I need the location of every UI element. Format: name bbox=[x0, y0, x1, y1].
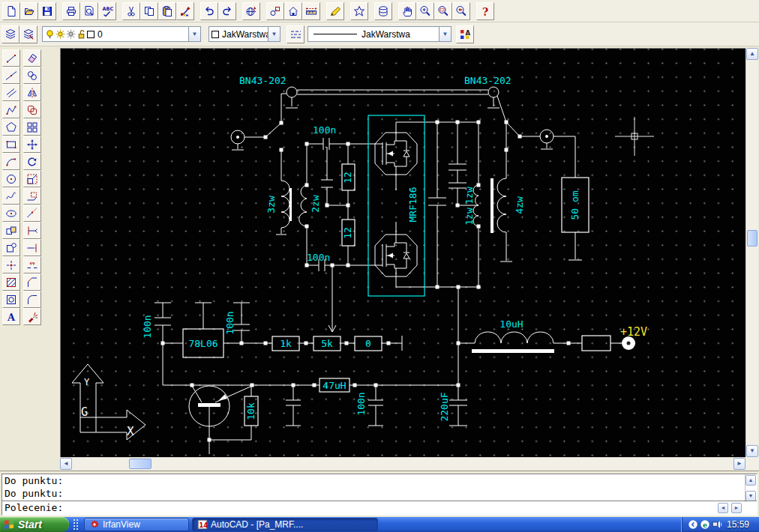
cut-button[interactable] bbox=[122, 2, 140, 20]
redraw-button[interactable] bbox=[326, 2, 344, 20]
command-prompt[interactable]: Polecenie: bbox=[2, 501, 757, 514]
command-scrollbar[interactable]: ▲ ▼ bbox=[745, 474, 757, 502]
linetype-button[interactable] bbox=[286, 25, 304, 43]
scroll-left-button[interactable]: ◄ bbox=[60, 458, 72, 470]
layer-control-button[interactable] bbox=[20, 25, 38, 43]
rotate-button[interactable] bbox=[23, 153, 41, 170]
schematic-label: 100n bbox=[313, 124, 336, 136]
vertical-scroll-thumb[interactable] bbox=[747, 230, 758, 247]
zoom-previous-button[interactable] bbox=[452, 2, 470, 20]
paste-button[interactable] bbox=[158, 2, 176, 20]
open-button[interactable] bbox=[20, 2, 38, 20]
scroll-up-button[interactable]: ▲ bbox=[746, 48, 758, 60]
circle-button[interactable] bbox=[2, 170, 20, 187]
hatch-button[interactable] bbox=[2, 273, 20, 291]
aerial-view-button[interactable] bbox=[350, 2, 368, 20]
task-button-autocad[interactable]: AutoCAD - [Pa_MRF.... bbox=[192, 518, 378, 531]
spline-button[interactable] bbox=[2, 187, 20, 205]
copy-button[interactable] bbox=[140, 2, 158, 20]
horizontal-scroll-thumb[interactable] bbox=[129, 459, 152, 469]
new-button[interactable] bbox=[2, 2, 20, 20]
line-button[interactable] bbox=[2, 49, 20, 67]
undo-button[interactable] bbox=[200, 2, 218, 20]
color-combo-dropdown[interactable]: ▼ bbox=[268, 27, 280, 41]
layer-combo[interactable]: 0 ▼ bbox=[42, 26, 201, 42]
object-snap-button[interactable] bbox=[266, 2, 284, 20]
sun-icon[interactable] bbox=[56, 29, 65, 39]
tray-e-icon[interactable] bbox=[700, 519, 710, 530]
mirror-button[interactable] bbox=[23, 84, 41, 101]
insert-block-button[interactable] bbox=[2, 222, 20, 239]
command-scroll-down[interactable]: ▼ bbox=[746, 491, 756, 501]
break-button[interactable] bbox=[23, 256, 41, 273]
region-button[interactable] bbox=[2, 291, 20, 308]
command-scroll-up[interactable]: ▲ bbox=[746, 475, 756, 486]
redo-button[interactable] bbox=[218, 2, 236, 20]
hyperlink-button[interactable] bbox=[242, 2, 260, 20]
command-box[interactable]: Do punktu:Do punktu: ▲ ▼ Polecenie: ◄ ► bbox=[2, 474, 758, 516]
drawing-canvas[interactable]: BN43-202BN43-202100n100n1212MRF1863zw2zw… bbox=[60, 48, 746, 457]
multiline-text-button[interactable] bbox=[2, 308, 20, 325]
db-connect-button[interactable] bbox=[374, 2, 392, 20]
polygon-button[interactable] bbox=[2, 118, 20, 136]
explode-button[interactable] bbox=[23, 308, 41, 325]
layers-button[interactable] bbox=[2, 25, 20, 43]
pan-button[interactable] bbox=[398, 2, 416, 20]
chamfer-button[interactable] bbox=[23, 273, 41, 291]
start-button[interactable]: Start bbox=[0, 517, 69, 532]
point-button[interactable] bbox=[2, 256, 20, 273]
polyline-button[interactable] bbox=[2, 101, 20, 118]
extend-button[interactable] bbox=[23, 239, 41, 256]
array-button[interactable] bbox=[23, 118, 41, 136]
lengthen-button[interactable] bbox=[23, 205, 41, 222]
save-button[interactable] bbox=[38, 2, 56, 20]
horizontal-scrollbar[interactable]: ◄ ► bbox=[60, 457, 746, 470]
properties-button[interactable] bbox=[456, 25, 474, 43]
offset-button[interactable] bbox=[23, 101, 41, 118]
tray-volume-icon[interactable] bbox=[712, 519, 722, 530]
zoom-realtime-button[interactable] bbox=[416, 2, 434, 20]
lengthen-icon bbox=[26, 208, 38, 220]
linetype-combo[interactable]: JakWarstwa ▼ bbox=[308, 26, 452, 42]
quick-launch-handle[interactable] bbox=[73, 519, 79, 531]
spelling-button[interactable] bbox=[98, 2, 116, 20]
help-button[interactable] bbox=[476, 2, 494, 20]
scroll-right-button[interactable]: ► bbox=[734, 458, 746, 470]
fillet-button[interactable] bbox=[23, 291, 41, 308]
print-preview-button[interactable] bbox=[80, 2, 98, 20]
move-button[interactable] bbox=[23, 136, 41, 153]
tray-collapse-icon[interactable] bbox=[688, 519, 698, 530]
distance-button[interactable] bbox=[302, 2, 320, 20]
construction-line-button[interactable] bbox=[2, 67, 20, 84]
command-history[interactable]: Do punktu:Do punktu: bbox=[2, 474, 744, 501]
erase-button[interactable] bbox=[23, 49, 41, 67]
layer-color-swatch bbox=[87, 31, 94, 38]
command-right-arrow[interactable]: ► bbox=[731, 503, 742, 513]
command-left-arrow[interactable]: ◄ bbox=[718, 503, 728, 513]
ellipse-button[interactable] bbox=[2, 205, 20, 222]
vertical-scrollbar[interactable]: ▲ ▼ bbox=[746, 48, 758, 457]
fillet-icon bbox=[26, 294, 38, 306]
arc-button[interactable] bbox=[2, 153, 20, 170]
bulb-icon[interactable] bbox=[45, 29, 55, 39]
layer-combo-dropdown[interactable]: ▼ bbox=[188, 27, 200, 41]
rectangle-button[interactable] bbox=[2, 136, 20, 153]
copy-object-button[interactable] bbox=[23, 67, 41, 84]
scale-button[interactable] bbox=[23, 170, 41, 187]
command-prompt-row[interactable]: Polecenie: ◄ ► bbox=[2, 501, 757, 515]
task-button-irfanview[interactable]: IrfanView bbox=[84, 518, 189, 531]
named-views-button[interactable] bbox=[284, 2, 302, 20]
multiline-button[interactable] bbox=[2, 84, 20, 101]
lock-open-icon[interactable] bbox=[76, 29, 86, 39]
color-combo[interactable]: JakWarstwa ▼ bbox=[208, 26, 280, 42]
sun-frozen-icon[interactable] bbox=[66, 29, 76, 39]
make-block-button[interactable] bbox=[2, 239, 20, 256]
schematic-label: 1zw bbox=[464, 208, 475, 226]
print-button[interactable] bbox=[62, 2, 80, 20]
zoom-window-button[interactable] bbox=[434, 2, 452, 20]
linetype-combo-dropdown[interactable]: ▼ bbox=[439, 27, 451, 41]
stretch-button[interactable] bbox=[23, 187, 41, 205]
match-properties-button[interactable] bbox=[176, 2, 194, 20]
scroll-down-button[interactable]: ▼ bbox=[746, 445, 758, 457]
trim-button[interactable] bbox=[23, 222, 41, 239]
